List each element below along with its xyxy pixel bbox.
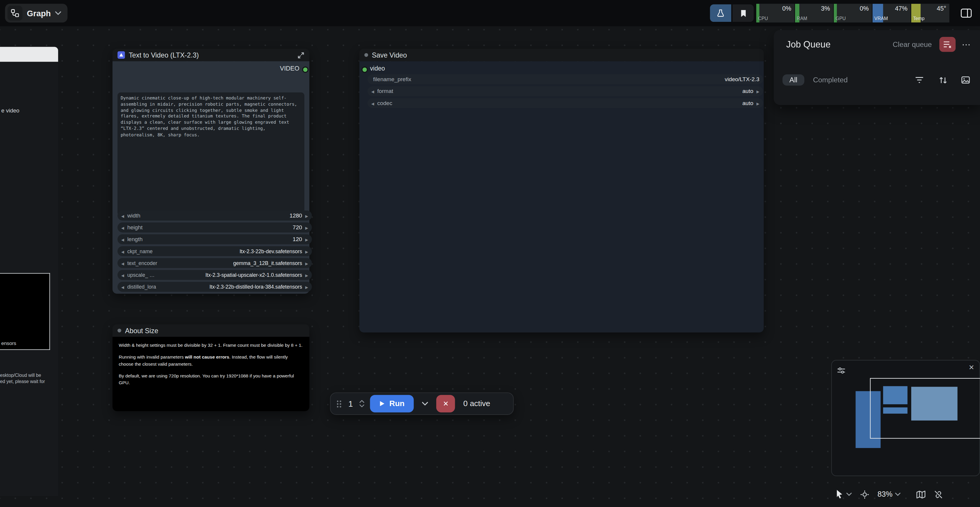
widget-height[interactable]: ◀ height 720 ▶ — [118, 223, 312, 232]
chevron-down-icon — [895, 492, 900, 496]
run-options-button[interactable] — [420, 402, 431, 405]
flask-icon — [716, 9, 725, 18]
clear-queue-link[interactable]: Clear queue — [892, 41, 932, 48]
widget-prev-arrow[interactable]: ◀ — [371, 101, 374, 105]
widget-prev-arrow[interactable]: ◀ — [121, 249, 124, 253]
minimap-panel[interactable]: ✕ — [831, 360, 980, 476]
node-body: VIDEO Dynamic cinematic close-up of high… — [113, 61, 309, 294]
crosshair-icon — [860, 490, 869, 499]
gallery-view-button[interactable] — [961, 76, 970, 84]
node-about-size[interactable]: About Size Width & height settings must … — [113, 324, 309, 411]
widget-upscale-model[interactable]: ◀ upscale_ … ltx-2.3-spatial-upscaler-x2… — [118, 270, 312, 280]
widget-prev-arrow[interactable]: ◀ — [371, 89, 374, 94]
input-slot-label: video — [370, 65, 385, 72]
chevron-down-icon — [55, 11, 61, 15]
left-partial-text: ed yet, please wait for — [0, 378, 45, 384]
viewport-toolbar: 83% — [835, 484, 943, 505]
node-text-to-video[interactable]: Text to Video (LTX-2.3) VIDEO Dynamic ci… — [113, 49, 309, 294]
select-tool-button[interactable] — [835, 489, 852, 499]
link-off-icon — [934, 490, 943, 499]
node-header[interactable]: Save Video — [359, 49, 764, 61]
widget-next-arrow[interactable]: ▶ — [757, 89, 759, 94]
widget-width[interactable]: ◀ width 1280 ▶ — [118, 211, 312, 221]
more-options-button[interactable]: ⋯ — [962, 39, 971, 49]
left-partial-node[interactable]: e video ensors esktop/Cloud will be ed y… — [0, 62, 58, 496]
video-input-slot[interactable] — [363, 68, 367, 72]
note-paragraph: By default, we are using 720p resolution… — [119, 373, 303, 386]
run-control-bar: 1 Run ✕ 0 active — [330, 393, 514, 415]
zoom-control[interactable]: 83% — [878, 490, 900, 499]
sidebar-toggle-button[interactable] — [956, 5, 976, 22]
tab-all[interactable]: All — [783, 75, 804, 86]
stat-label: CPU — [758, 16, 768, 21]
close-icon: ✕ — [443, 400, 449, 408]
widget-codec[interactable]: ◀ codec auto ▶ — [368, 98, 763, 108]
filter-button[interactable] — [915, 76, 924, 84]
widget-prev-arrow[interactable]: ◀ — [121, 273, 124, 277]
drag-handle[interactable] — [336, 400, 342, 408]
widget-ckpt-name[interactable]: ◀ ckpt_name ltx-2.3-22b-dev.safetensors … — [118, 246, 312, 256]
minimap-settings-button[interactable] — [837, 365, 846, 376]
widget-prev-arrow[interactable]: ◀ — [121, 284, 124, 289]
widget-increment-arrow[interactable]: ▶ — [305, 225, 308, 230]
sidebar-toggle-icon — [961, 8, 972, 18]
widget-increment-arrow[interactable]: ▶ — [305, 213, 308, 218]
note-body: Width & height settings must be divisibl… — [113, 337, 309, 411]
node-header[interactable]: Text to Video (LTX-2.3) — [113, 49, 309, 61]
batch-count-stepper[interactable] — [359, 400, 364, 407]
toggle-links-button[interactable] — [934, 490, 943, 499]
node-save-video[interactable]: Save Video video filename_prefix video/L… — [359, 49, 764, 332]
active-jobs-label: 0 active — [463, 399, 490, 408]
stat-temp: 45° Temp — [911, 4, 949, 23]
app-root: e video ensors esktop/Cloud will be ed y… — [0, 0, 980, 507]
prompt-textarea[interactable]: Dynamic cinematic close-up of high-tech … — [118, 92, 304, 215]
graph-menu-button[interactable]: Graph — [5, 4, 68, 23]
widget-decrement-arrow[interactable]: ◀ — [121, 213, 124, 218]
zoom-level: 83% — [878, 490, 892, 499]
sort-arrows-icon — [939, 76, 948, 84]
widget-increment-arrow[interactable]: ▶ — [305, 237, 308, 242]
run-button[interactable]: Run — [370, 395, 414, 412]
widget-next-arrow[interactable]: ▶ — [305, 273, 308, 277]
clear-jobs-button[interactable] — [939, 37, 956, 52]
workflow-icon — [7, 6, 22, 21]
video-output-slot[interactable] — [303, 68, 307, 72]
widget-decrement-arrow[interactable]: ◀ — [121, 225, 124, 230]
widget-format[interactable]: ◀ format auto ▶ — [368, 86, 763, 96]
widget-next-arrow[interactable]: ▶ — [305, 249, 308, 253]
node-collapse-dot[interactable] — [118, 329, 121, 332]
widget-next-arrow[interactable]: ▶ — [757, 101, 759, 105]
left-partial-text: esktop/Cloud will be — [0, 372, 41, 378]
widget-length[interactable]: ◀ length 120 ▶ — [118, 234, 312, 244]
tab-completed[interactable]: Completed — [813, 76, 848, 84]
cancel-button[interactable]: ✕ — [437, 395, 455, 412]
bookmark-icon — [740, 9, 746, 17]
logo-button[interactable] — [710, 5, 731, 22]
node-header[interactable]: About Size — [113, 324, 309, 337]
stat-vram: 47% VRAM — [873, 4, 911, 23]
widget-decrement-arrow[interactable]: ◀ — [121, 237, 124, 242]
widget-next-arrow[interactable]: ▶ — [305, 261, 308, 265]
job-queue-panel: Job Queue Clear queue ⋯ All Completed — [774, 30, 980, 105]
playlist-remove-icon — [943, 41, 952, 48]
minimap-close-button[interactable]: ✕ — [969, 364, 974, 372]
widget-text-encoder[interactable]: ◀ text_encoder gemma_3_12B_it.safetensor… — [118, 258, 312, 268]
widget-distilled-lora[interactable]: ◀ distilled_lora ltx-2.3-22b-distilled-l… — [118, 282, 312, 292]
left-partial-node-header[interactable] — [0, 47, 58, 62]
widget-prev-arrow[interactable]: ◀ — [121, 261, 124, 265]
output-slot-label: VIDEO — [280, 65, 299, 72]
bookmark-button[interactable] — [732, 5, 754, 22]
chevron-down-icon — [846, 492, 852, 496]
minimap-toggle-button[interactable] — [916, 490, 926, 498]
widget-filename-prefix[interactable]: filename_prefix video/LTX-2.3 — [368, 75, 763, 84]
widget-next-arrow[interactable]: ▶ — [305, 284, 308, 289]
system-stats: 0% CPU 3% RAM 0% GPU 47% VRAM 45° Te — [756, 4, 949, 23]
node-collapse-dot[interactable] — [364, 53, 368, 57]
left-partial-subpanel[interactable]: ensors — [0, 273, 50, 350]
batch-count-value[interactable]: 1 — [347, 399, 354, 408]
top-menubar: Graph 0% CPU — [0, 0, 980, 26]
expand-node-icon[interactable] — [298, 52, 304, 59]
fit-view-button[interactable] — [860, 490, 869, 499]
minimap-viewport[interactable] — [870, 378, 980, 439]
sort-button[interactable] — [939, 76, 948, 84]
